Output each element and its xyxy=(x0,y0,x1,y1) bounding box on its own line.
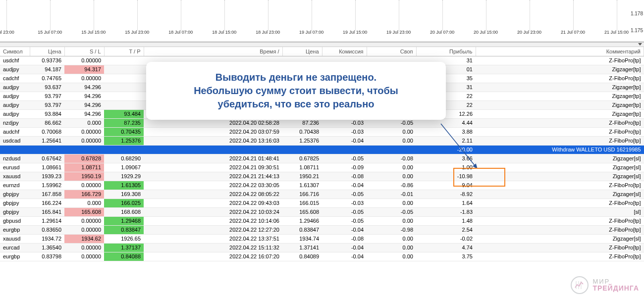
cell-comment: Z-FiboPro[tp] xyxy=(476,252,644,261)
cell-swap: -0.98 xyxy=(367,225,416,234)
table-row[interactable]: gbpjpy166.2240.000166.0252022.04.22 09:4… xyxy=(0,198,644,207)
table-row[interactable]: -20.00Withdraw WALLETO USD 16219985 xyxy=(0,145,644,154)
cell-tp: 1926.65 xyxy=(104,234,144,243)
cell-symbol: gbpjpy xyxy=(0,207,30,216)
cell-sl: 94.296 xyxy=(64,92,104,100)
cell-comment: Zigzager[tp] xyxy=(476,100,644,109)
cell-price: 86.662 xyxy=(30,118,64,127)
cell-swap: -0.01 xyxy=(367,190,416,198)
cell-sl: 0.00000 xyxy=(64,136,104,145)
cell-sl: 94.296 xyxy=(64,109,104,118)
cell-profit: 1.48 xyxy=(416,216,476,225)
cell-time: 2022.04.20 03:07:59 xyxy=(144,127,282,136)
cell-price2: 166.015 xyxy=(282,198,322,207)
col-time[interactable]: Время / xyxy=(144,47,282,56)
table-row[interactable]: eurgbp0.837980.000000.840882022.04.22 16… xyxy=(0,252,644,261)
cell-tp: 87.235 xyxy=(104,118,144,127)
cell-tp: 1.29468 xyxy=(104,216,144,225)
cell-tp: 0.70435 xyxy=(104,127,144,136)
cell-comment: Zigzager[sl] xyxy=(476,163,644,172)
cell-symbol: eurgbp xyxy=(0,252,30,261)
table-row[interactable]: xauusd1939.231950.191929.292022.04.21 21… xyxy=(0,172,644,181)
splitter[interactable] xyxy=(0,42,644,47)
cell-profit: -0.02 xyxy=(416,234,476,243)
cell-profit: -8.92 xyxy=(416,190,476,198)
table-row[interactable]: gbpusd1.296140.000001.294682022.04.22 10… xyxy=(0,216,644,225)
cell-comment: Zigzager[sl] xyxy=(476,172,644,181)
cell-symbol: audjpy xyxy=(0,109,30,118)
cell-sl: 0.00000 xyxy=(64,127,104,136)
cell-price: 1934.72 xyxy=(30,234,64,243)
col-swap[interactable]: Своп xyxy=(367,47,416,56)
x-tick: 15 Jul 07:00 xyxy=(38,30,62,35)
cell-tp xyxy=(104,145,144,154)
table-row[interactable]: gbpjpy167.858166.729169.3082022.04.22 08… xyxy=(0,190,644,198)
cell-price2: 1950.21 xyxy=(282,172,322,181)
col-commission[interactable]: Комиссия xyxy=(322,47,367,56)
watermark-logo-icon xyxy=(571,276,589,294)
cell-symbol: eurcad xyxy=(0,243,30,252)
cell-tp: 166.025 xyxy=(104,198,144,207)
x-tick: 15 Jul 23:00 xyxy=(125,30,149,35)
cell-swap: 0.00 xyxy=(367,216,416,225)
cell-comment: Z-FiboPro[tp] xyxy=(476,198,644,207)
col-price[interactable]: Цена xyxy=(30,47,64,56)
chart-area[interactable]: 1.178 1.175 ul 23:0015 Jul 07:0015 Jul 1… xyxy=(0,0,644,42)
cell-time: 2022.04.22 16:07:20 xyxy=(144,252,282,261)
cell-price: 93.797 xyxy=(30,92,64,100)
cell-swap: 0.00 xyxy=(367,163,416,172)
cell-price: 0.83650 xyxy=(30,225,64,234)
table-row[interactable]: eurnzd1.599620.000001.613052022.04.22 03… xyxy=(0,181,644,190)
cell-commission: -0.05 xyxy=(322,216,367,225)
cell-comment: Zigzager[tp] xyxy=(476,109,644,118)
cell-swap: -0.86 xyxy=(367,181,416,190)
cell-sl: 0.00000 xyxy=(64,74,104,83)
table-row[interactable]: eurcad1.365400.000001.371372022.04.22 15… xyxy=(0,243,644,252)
col-profit[interactable]: Прибыль xyxy=(416,47,476,56)
cell-time: 2022.04.22 10:03:24 xyxy=(144,207,282,216)
table-row[interactable]: eurusd1.086611.087111.090672022.04.21 09… xyxy=(0,163,644,172)
cell-price: 93.884 xyxy=(30,109,64,118)
cell-tp: 1.61305 xyxy=(104,181,144,190)
table-row[interactable]: usdcad1.256410.000001.253762022.04.20 13… xyxy=(0,136,644,145)
cell-sl xyxy=(64,145,104,154)
cell-commission: -0.05 xyxy=(322,207,367,216)
col-tp[interactable]: T / P xyxy=(104,47,144,56)
cell-tp: 0.84088 xyxy=(104,252,144,261)
cell-symbol: audjpy xyxy=(0,92,30,100)
table-row[interactable]: eurgbp0.836500.000000.838472022.04.22 12… xyxy=(0,225,644,234)
cell-tp: 93.484 xyxy=(104,109,144,118)
col-symbol[interactable]: Символ xyxy=(0,47,30,56)
col-sl[interactable]: S / L xyxy=(64,47,104,56)
cell-sl: 94.317 xyxy=(64,65,104,74)
cell-commission: -0.05 xyxy=(322,154,367,163)
cell-swap xyxy=(367,145,416,154)
x-tick: 15 Jul 15:00 xyxy=(81,30,106,35)
cell-price2: 165.608 xyxy=(282,207,322,216)
cell-symbol: audjpy xyxy=(0,65,30,74)
x-tick: 21 Jul 07:00 xyxy=(561,30,585,35)
cell-comment: Zigzager[tp] xyxy=(476,83,644,92)
cell-tp: 168.608 xyxy=(104,207,144,216)
table-row[interactable]: audchf0.700680.000000.704352022.04.20 03… xyxy=(0,127,644,136)
table-row[interactable]: nzdusd0.676420.678280.682902022.04.21 01… xyxy=(0,154,644,163)
cell-price2: 1.61307 xyxy=(282,181,322,190)
cell-tp: 1929.29 xyxy=(104,172,144,181)
x-tick: 19 Jul 15:00 xyxy=(343,30,367,35)
col-comment[interactable]: Комментарий xyxy=(476,47,644,56)
col-price2[interactable]: Цена xyxy=(282,47,322,56)
cell-price: 1.36540 xyxy=(30,243,64,252)
table-row[interactable]: xauusd1934.721934.621926.652022.04.22 13… xyxy=(0,234,644,243)
x-tick: 18 Jul 07:00 xyxy=(168,30,193,35)
x-tick: 19 Jul 23:00 xyxy=(386,30,411,35)
cell-price2 xyxy=(282,145,322,154)
cell-time xyxy=(144,145,282,154)
cell-commission: -0.09 xyxy=(322,163,367,172)
cell-tp: 1.25376 xyxy=(104,136,144,145)
cell-time: 2022.04.21 09:30:51 xyxy=(144,163,282,172)
table-row[interactable]: gbpjpy165.841165.608168.6082022.04.22 10… xyxy=(0,207,644,216)
cell-symbol: xauusd xyxy=(0,234,30,243)
cell-symbol: usdchf xyxy=(0,56,30,65)
cell-tp xyxy=(104,83,144,92)
x-tick: 18 Jul 23:00 xyxy=(256,30,280,35)
